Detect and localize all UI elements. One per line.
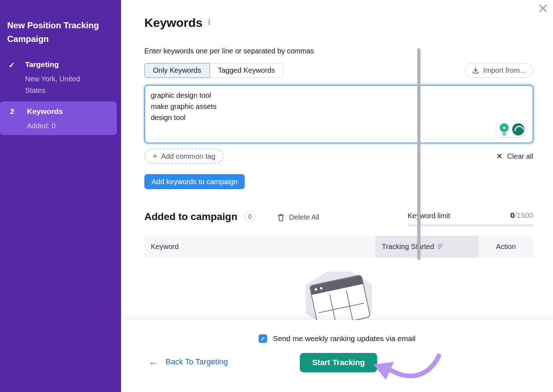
- delete-all-button[interactable]: Delete All: [278, 213, 319, 221]
- window-dot: [320, 287, 323, 290]
- vertical-scrollbar[interactable]: [417, 48, 420, 260]
- left-arrow-icon: ←: [149, 358, 158, 366]
- campaign-wizard-sidebar: New Position Tracking Campaign ✓ Targeti…: [0, 0, 121, 392]
- add-common-tag-button[interactable]: + Add common tag: [144, 149, 223, 164]
- close-icon[interactable]: ✕: [537, 1, 549, 16]
- added-to-campaign-title: Added to campaign: [144, 211, 237, 222]
- email-updates-label: Send me weekly ranking updates via email: [273, 334, 415, 343]
- lightbulb-base: [503, 135, 506, 136]
- keyword-limit-label: Keyword limit: [408, 212, 450, 220]
- empty-state-illustration: [306, 269, 372, 327]
- keyword-limit-used: 0: [510, 211, 515, 219]
- step-keywords-sublabel: Added: 0: [27, 120, 102, 132]
- step-targeting-sublabel: New York, United States: [25, 73, 100, 96]
- clear-all-label: Clear all: [507, 152, 533, 161]
- keywords-table-header: Keyword Tracking Started Action: [144, 236, 533, 258]
- tab-tagged-keywords[interactable]: Tagged Keywords: [210, 63, 284, 78]
- trash-icon: [278, 214, 284, 221]
- loading-spinner-icon: [512, 123, 524, 135]
- import-from-button[interactable]: Import from...: [465, 63, 533, 78]
- email-updates-row: ✓ Send me weekly ranking updates via ema…: [121, 334, 553, 343]
- keyword-limit-max: 1500: [516, 211, 533, 219]
- add-keywords-to-campaign-button[interactable]: Add keywords to campaign: [144, 174, 245, 189]
- clear-all-button[interactable]: ✕ Clear all: [496, 152, 533, 161]
- keyword-limit-values: 0/1500: [510, 211, 533, 220]
- step-keywords-label: Keywords: [27, 107, 63, 116]
- start-tracking-button[interactable]: Start Tracking: [300, 353, 377, 372]
- keywords-textarea[interactable]: graphic design tool make graphic assets …: [144, 85, 533, 143]
- page-title-text: Keywords: [144, 16, 203, 29]
- column-header-action: Action: [479, 236, 533, 258]
- page-title: Keywordsi: [144, 16, 210, 30]
- keyword-suggestions-lightbulb-icon[interactable]: ✦: [498, 123, 510, 135]
- added-count-badge: 0: [244, 211, 255, 222]
- delete-all-label: Delete All: [289, 213, 319, 221]
- column-header-keyword: Keyword: [144, 236, 375, 258]
- info-icon[interactable]: i: [208, 17, 211, 27]
- textarea-tools-pill: ✦: [496, 121, 526, 137]
- new-position-tracking-modal: New Position Tracking Campaign ✓ Targeti…: [0, 0, 553, 392]
- sidebar-title: New Position Tracking Campaign: [7, 19, 115, 46]
- lightbulb-base: [502, 133, 506, 134]
- back-to-targeting-link[interactable]: ← Back To Targeting: [149, 357, 228, 367]
- keyword-limit-progress-bar: [408, 224, 533, 226]
- add-common-tag-label: Add common tag: [161, 152, 215, 161]
- tracking-started-label: Tracking Started: [382, 243, 434, 251]
- import-from-label: Import from...: [483, 66, 526, 75]
- sort-icon: [438, 244, 443, 249]
- step-targeting-label: Targeting: [25, 60, 59, 69]
- empty-table-state: [144, 269, 533, 327]
- back-to-targeting-label: Back To Targeting: [165, 357, 228, 367]
- plus-icon: +: [153, 152, 157, 161]
- lightbulb-sparkle-glyph: ✦: [500, 123, 509, 132]
- download-icon: [472, 67, 479, 74]
- keyword-input-tabs: Only Keywords Tagged Keywords: [144, 63, 283, 78]
- keywords-instruction: Enter keywords one per line or separated…: [144, 47, 314, 55]
- window-dot: [314, 288, 317, 291]
- wizard-footer: ✓ Send me weekly ranking updates via ema…: [121, 320, 553, 392]
- added-to-campaign-header: Added to campaign 0 Delete All Keyword l…: [144, 211, 533, 228]
- step-keywords-number: 2: [10, 107, 14, 116]
- tab-only-keywords[interactable]: Only Keywords: [144, 63, 210, 78]
- sidebar-step-keywords[interactable]: 2 Keywords Added: 0: [0, 101, 117, 135]
- column-header-tracking-started[interactable]: Tracking Started: [375, 236, 479, 258]
- email-updates-checkbox[interactable]: ✓: [259, 334, 267, 343]
- checkmark-icon: ✓: [9, 61, 15, 70]
- annotation-arrow: [365, 344, 448, 391]
- clear-x-icon: ✕: [496, 152, 502, 161]
